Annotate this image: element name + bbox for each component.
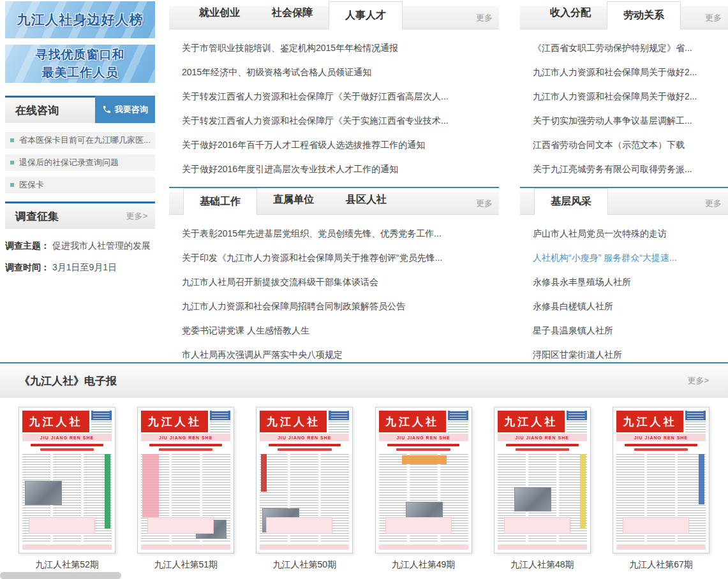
newspaper-body — [260, 454, 349, 543]
newspaper-masthead-pinyin: JIU JIANG REN SHE — [22, 434, 112, 441]
newspaper-masthead-title: 九江人社 — [498, 411, 565, 432]
consult-question-text: 医保卡 — [19, 179, 44, 191]
tab[interactable]: 社会保障 — [256, 1, 329, 24]
infobox-blue-block — [91, 411, 112, 420]
epaper-issue-caption[interactable]: 九江人社第48期 — [510, 559, 574, 571]
newspaper-highlight-box — [623, 517, 689, 534]
tab[interactable]: 人事人才 — [329, 1, 403, 29]
tab[interactable]: 县区人社 — [330, 188, 403, 211]
newspaper-body — [22, 454, 112, 543]
news-item[interactable]: 永修县永丰垦殖场人社所 — [533, 270, 725, 295]
banner-best-window-line2: 最美工作人员 — [42, 64, 119, 82]
newspaper-headline-bars — [619, 444, 703, 451]
epaper-issue-caption[interactable]: 九江人社第50期 — [273, 559, 337, 571]
newspaper-front-page: 九江人社 JIU JIANG REN SHE — [256, 407, 353, 553]
newspaper-body — [141, 454, 230, 543]
news-list: 《江西省女职工劳动保护特别规定》省...九江市人力资源和社会保障局关于做好2..… — [520, 29, 728, 182]
newspaper-masthead: 九江人社 — [498, 411, 587, 432]
news-item[interactable]: 《江西省女职工劳动保护特别规定》省... — [533, 36, 725, 61]
news-item[interactable]: 关于切实加强劳动人事争议基层调解工... — [533, 109, 725, 133]
tab[interactable]: 基层风采 — [534, 188, 608, 215]
tab[interactable]: 劳动关系 — [607, 1, 681, 29]
news-list: 关于市管职业技能培训、鉴定机构2015年年检情况通报2015年经济中、初级资格考… — [169, 29, 499, 182]
news-item[interactable]: 人社机构“小瘦身” 服务群众“大提速... — [533, 246, 725, 270]
ask-consult-button[interactable]: 我要咨询 — [95, 96, 155, 123]
news-item[interactable]: 关于做好2016年度引进高层次专业技术人才工作的通知 — [182, 158, 496, 182]
newspaper-highlight-box — [504, 517, 570, 534]
tab[interactable]: 收入分配 — [534, 1, 607, 24]
consult-question-item[interactable]: 省本医保卡目前可在九江哪几家医... — [5, 132, 155, 149]
news-item[interactable]: 庐山市人社局党员一次特殊的走访 — [533, 222, 725, 246]
newspaper-front-page: 九江人社 JIU JIANG REN SHE — [375, 407, 472, 553]
consult-question-item[interactable]: 医保卡 — [5, 177, 155, 193]
epaper-issue-caption[interactable]: 九江人社第49期 — [392, 559, 456, 571]
banner-best-window[interactable]: 寻找优质窗口和 最美工作人员 — [5, 45, 155, 83]
survey-more-link[interactable]: 更多> — [126, 210, 147, 222]
newspaper-front-page: 九江人社 JIU JIANG REN SHE — [494, 407, 591, 553]
newspaper-issue-infobox — [685, 411, 706, 432]
news-item[interactable]: 永修县白槎镇人社所 — [533, 295, 725, 319]
epaper-issue[interactable]: 九江人社 JIU JIANG REN SHE — [135, 407, 236, 571]
epaper-issue-caption[interactable]: 九江人社第51期 — [154, 559, 218, 571]
news-list: 庐山市人社局党员一次特殊的走访人社机构“小瘦身” 服务群众“大提速...永修县永… — [520, 215, 728, 367]
tab[interactable]: 就业创业 — [183, 1, 256, 24]
newspaper-issue-infobox — [567, 411, 587, 432]
newspaper-masthead: 九江人社 — [379, 411, 468, 432]
news-item[interactable]: 九江市人力资源和社会保障局关于做好2... — [533, 61, 725, 85]
epaper-issue-caption[interactable]: 九江人社第52期 — [35, 559, 99, 571]
news-item[interactable]: 关于印发《九江市人力资源和社会保障局关于推荐创评“党员先锋... — [182, 246, 496, 270]
more-link[interactable]: 更多 — [476, 198, 493, 209]
banner-good-people[interactable]: 九江人社身边好人榜 — [5, 1, 155, 38]
survey-section: 调查征集 更多> 调查主题： 促进我市人社管理的发展 调查时间： 3月1日至9月… — [5, 202, 155, 274]
newspaper-issue-infobox — [91, 411, 112, 432]
news-item[interactable]: 星子县温泉镇人社所 — [533, 319, 725, 343]
news-item[interactable]: 关于转发江西省人力资源和社会保障厅《关于实施江西省专业技术... — [182, 109, 496, 133]
news-item[interactable]: 九江市人力资源和社会保障局关于做好2... — [533, 85, 725, 109]
news-item[interactable]: 关于表彰2015年先进基层党组织、党员创绩先锋、优秀党务工作... — [182, 222, 496, 246]
epaper-issue[interactable]: 九江人社 JIU JIANG REN SHE — [373, 407, 474, 571]
news-item[interactable]: 关于九江亮城劳务有限公司取得劳务派... — [533, 158, 725, 182]
newspaper-masthead-title: 九江人社 — [616, 411, 683, 432]
epaper-issue[interactable]: 九江人社 JIU JIANG REN SHE — [17, 407, 117, 571]
online-consult-title: 在线咨询 — [15, 103, 59, 118]
consult-question-item[interactable]: 退保后的社保记录查询问题 — [5, 154, 155, 171]
more-link[interactable]: 更多 — [705, 198, 722, 209]
more-link[interactable]: 更多 — [705, 12, 722, 24]
epaper-issue[interactable]: 九江人社 JIU JIANG REN SHE — [254, 407, 355, 571]
news-item[interactable]: 关于做好2016年百千万人才工程省级人选选拔推荐工作的通知 — [182, 133, 496, 158]
newspaper-footer-strip — [22, 545, 112, 550]
survey-row: 调查时间： 3月1日至9月1日 — [5, 262, 155, 274]
news-item[interactable]: 九江市人社局召开新提拔交流科级干部集体谈话会 — [182, 270, 496, 295]
tab[interactable]: 直属单位 — [257, 188, 330, 211]
survey-row-label: 调查时间： — [5, 262, 50, 274]
newspaper-body — [379, 454, 468, 543]
tab[interactable]: 基础工作 — [183, 188, 257, 215]
news-item[interactable]: 江西省劳动合同文本（示范文本）下载 — [533, 133, 725, 158]
horizontal-scrollbar-thumb[interactable] — [0, 572, 121, 579]
news-item[interactable]: 关于转发江西省人力资源和社会保障厅《关于做好江西省高层次人... — [182, 85, 496, 109]
banner-best-window-line1: 寻找优质窗口和 — [36, 46, 125, 64]
epaper-more-link[interactable]: 更多> — [687, 375, 709, 386]
panel-grassroots: 基层风采 更多 庐山市人社局党员一次特殊的走访人社机构“小瘦身” 服务群众“大提… — [520, 187, 728, 367]
newspaper-masthead: 九江人社 — [141, 411, 230, 432]
epaper-issue[interactable]: 九江人社 JIU JIANG REN SHE — [492, 407, 593, 571]
page: 九江人社身边好人榜 寻找优质窗口和 最美工作人员 在线咨询 我要咨询 省本医保卡… — [0, 0, 728, 579]
newspaper-highlight-box — [266, 517, 332, 534]
newspaper-headline-bars — [262, 444, 346, 451]
news-item[interactable]: 党委书记讲党课 人生感悟教人生 — [182, 319, 496, 343]
newspaper-headline-bars — [500, 444, 584, 451]
newspaper-footer-strip — [498, 545, 587, 550]
epaper-issue[interactable]: 九江人社 JIU JIANG REN SHE — [611, 407, 711, 571]
news-item[interactable]: 2015年经济中、初级资格考试合格人员领证通知 — [182, 61, 496, 85]
news-list: 关于表彰2015年先进基层党组织、党员创绩先锋、优秀党务工作...关于印发《九江… — [169, 215, 499, 367]
panel-personnel-talent: 就业创业社会保障人事人才 更多 关于市管职业技能培训、鉴定机构2015年年检情况… — [169, 0, 499, 182]
newspaper-masthead-title: 九江人社 — [260, 411, 327, 432]
infobox-date-lines — [329, 421, 349, 432]
more-link[interactable]: 更多 — [476, 12, 493, 24]
epaper-issue-caption[interactable]: 九江人社第67期 — [629, 559, 693, 571]
epaper-header: 《九江人社》电子报 更多> — [0, 362, 728, 398]
news-item[interactable]: 关于市管职业技能培训、鉴定机构2015年年检情况通报 — [182, 36, 496, 61]
epaper-section: 《九江人社》电子报 更多> 九江人社 JIU JIANG REN SHE — [0, 362, 728, 571]
newspaper-masthead: 九江人社 — [22, 411, 112, 432]
news-item[interactable]: 九江市人力资源和社会保障局招聘合同制政策解答员公告 — [182, 295, 496, 319]
